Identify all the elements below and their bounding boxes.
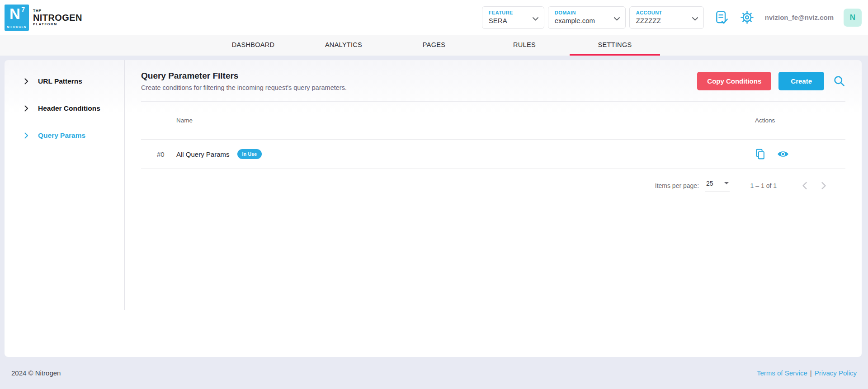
nav-tabs: DASHBOARD ANALYTICS PAGES RULES SETTINGS bbox=[208, 35, 660, 56]
view-row-button[interactable] bbox=[777, 150, 789, 158]
page-background: URL Patterns Header Conditions Query Par… bbox=[0, 56, 868, 357]
sidebar-item-header-conditions[interactable]: Header Conditions bbox=[24, 101, 125, 116]
items-per-page-select[interactable]: 25 bbox=[705, 180, 730, 192]
chevron-right-icon bbox=[24, 78, 28, 84]
search-button[interactable] bbox=[833, 75, 845, 87]
domain-select[interactable]: DOMAIN example.com bbox=[548, 6, 626, 29]
row-index: #0 bbox=[157, 150, 176, 158]
feature-select[interactable]: FEATURE SERA bbox=[482, 6, 544, 29]
audit-log-button[interactable] bbox=[716, 10, 728, 25]
caret-down-icon bbox=[724, 182, 729, 184]
row-name: All Query Params bbox=[176, 150, 230, 158]
panel-toolbar: Query Parameter Filters Create condition… bbox=[141, 71, 845, 102]
chevron-down-icon bbox=[614, 17, 620, 21]
settings-button[interactable] bbox=[740, 10, 754, 24]
eye-icon bbox=[777, 150, 789, 158]
items-per-page-label: Items per page: bbox=[655, 182, 699, 189]
sidebar-item-label: Header Conditions bbox=[38, 104, 100, 112]
tab-analytics[interactable]: ANALYTICS bbox=[298, 35, 389, 56]
table-header: Name Actions bbox=[141, 102, 845, 140]
paginator: Items per page: 25 1 – 1 of 1 bbox=[141, 173, 845, 199]
sidebar-item-query-params[interactable]: Query Params bbox=[24, 128, 125, 143]
chevron-down-icon bbox=[533, 17, 538, 21]
domain-select-value: example.com bbox=[555, 17, 620, 24]
copy-row-button[interactable] bbox=[755, 149, 765, 160]
logo-n: N bbox=[9, 5, 20, 23]
chevron-down-icon bbox=[692, 17, 698, 21]
items-per-page-value: 25 bbox=[706, 180, 713, 187]
tab-rules[interactable]: RULES bbox=[479, 35, 570, 56]
brand-wordmark: THE NITROGEN PLATFORM bbox=[33, 9, 82, 26]
status-badge: In Use bbox=[237, 149, 262, 159]
chevron-right-icon bbox=[24, 105, 28, 112]
link-separator: | bbox=[810, 369, 812, 377]
page-title: Query Parameter Filters bbox=[141, 71, 347, 81]
previous-page-button[interactable] bbox=[802, 182, 807, 190]
account-select-value: ZZZZZZ bbox=[636, 17, 698, 24]
logo-cube-word: NITROGEN bbox=[5, 25, 29, 28]
tab-pages[interactable]: PAGES bbox=[389, 35, 479, 56]
account-select[interactable]: ACCOUNT ZZZZZZ bbox=[629, 6, 704, 29]
tab-dashboard[interactable]: DASHBOARD bbox=[208, 35, 298, 56]
toolbar-actions: Copy Conditions Create bbox=[697, 72, 845, 90]
page-footer: 2024 © Nitrogen Terms of Service|Privacy… bbox=[0, 357, 868, 389]
privacy-policy-link[interactable]: Privacy Policy bbox=[815, 369, 857, 377]
sidebar-item-url-patterns[interactable]: URL Patterns bbox=[24, 74, 125, 89]
settings-sidebar: URL Patterns Header Conditions Query Par… bbox=[5, 60, 125, 357]
panel-heading: Query Parameter Filters Create condition… bbox=[141, 71, 347, 91]
paginator-nav bbox=[802, 182, 826, 190]
brand-name: NITROGEN bbox=[33, 13, 82, 23]
chevron-right-icon bbox=[24, 132, 28, 139]
copy-icon bbox=[755, 149, 765, 160]
copyright-text: 2024 © Nitrogen bbox=[11, 369, 61, 377]
context-selectors: FEATURE SERA DOMAIN example.com ACCOUNT … bbox=[482, 6, 704, 29]
document-check-icon bbox=[716, 10, 728, 25]
chevron-left-icon bbox=[802, 182, 807, 190]
gear-icon bbox=[740, 10, 754, 24]
column-header-name: Name bbox=[176, 117, 193, 124]
row-actions bbox=[755, 149, 845, 160]
copy-conditions-button[interactable]: Copy Conditions bbox=[697, 72, 771, 90]
footer-links: Terms of Service|Privacy Policy bbox=[757, 369, 857, 377]
query-params-panel: Query Parameter Filters Create condition… bbox=[125, 60, 862, 357]
search-icon bbox=[833, 75, 845, 87]
user-email: nvizion_fe@nviz.com bbox=[765, 14, 834, 21]
account-select-label: ACCOUNT bbox=[636, 10, 698, 15]
create-button[interactable]: Create bbox=[778, 72, 824, 90]
app-header: N 7 NITROGEN THE NITROGEN PLATFORM FEATU… bbox=[0, 0, 868, 35]
feature-select-value: SERA bbox=[489, 17, 538, 24]
settings-card: URL Patterns Header Conditions Query Par… bbox=[5, 60, 862, 357]
brand-platform: PLATFORM bbox=[33, 23, 82, 26]
sidebar-item-label: URL Patterns bbox=[38, 77, 82, 85]
column-header-actions: Actions bbox=[755, 117, 845, 124]
chevron-right-icon bbox=[821, 182, 826, 190]
next-page-button[interactable] bbox=[821, 182, 826, 190]
avatar[interactable]: N bbox=[844, 9, 862, 27]
logo-superscript-7: 7 bbox=[21, 6, 25, 13]
feature-select-label: FEATURE bbox=[489, 10, 538, 15]
table-row: #0 All Query Params In Use bbox=[141, 140, 845, 169]
nitrogen-logo[interactable]: N 7 NITROGEN bbox=[5, 5, 29, 31]
sidebar-item-label: Query Params bbox=[38, 131, 85, 140]
nav-tabs-bar: DASHBOARD ANALYTICS PAGES RULES SETTINGS bbox=[0, 35, 868, 56]
page-subtitle: Create conditions for filtering the inco… bbox=[141, 84, 347, 91]
page-range-label: 1 – 1 of 1 bbox=[750, 182, 777, 189]
terms-of-service-link[interactable]: Terms of Service bbox=[757, 369, 807, 377]
tab-settings[interactable]: SETTINGS bbox=[570, 35, 660, 56]
domain-select-label: DOMAIN bbox=[555, 10, 620, 15]
